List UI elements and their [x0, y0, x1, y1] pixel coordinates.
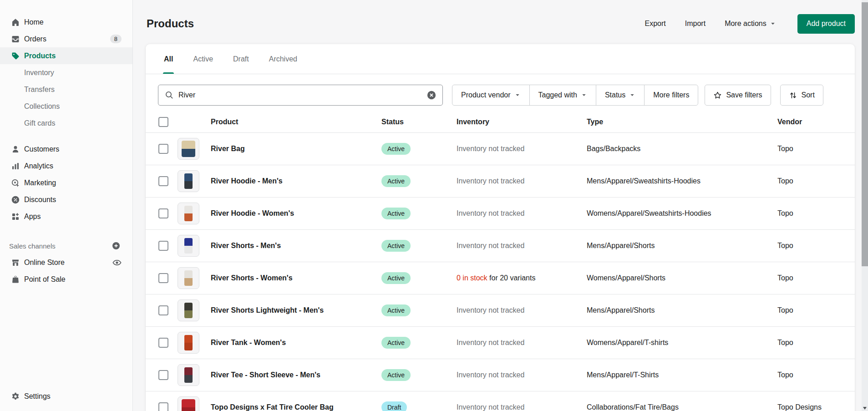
- product-name[interactable]: River Hoodie - Women's: [211, 209, 381, 218]
- row-checkbox[interactable]: [158, 208, 168, 218]
- table-row[interactable]: River Bag Active Inventory not tracked B…: [146, 133, 855, 165]
- product-name[interactable]: River Shorts - Men's: [211, 242, 381, 250]
- sidebar-item-home[interactable]: Home: [0, 14, 132, 30]
- chevron-down-icon: [514, 92, 521, 98]
- product-vendor-filter[interactable]: Product vendor: [452, 85, 530, 105]
- vendor-cell: Topo: [777, 306, 842, 315]
- table-row[interactable]: River Tee - Short Sleeve - Men's Active …: [146, 359, 855, 391]
- inventory-cell: Inventory not tracked: [457, 242, 587, 250]
- tab-active[interactable]: Active: [192, 44, 214, 74]
- sidebar-item-products[interactable]: Products: [0, 47, 132, 64]
- tab-draft[interactable]: Draft: [232, 44, 250, 74]
- vertical-scrollbar[interactable]: [862, 0, 868, 411]
- table-row[interactable]: River Shorts - Women's Active 0 in stock…: [146, 262, 855, 294]
- product-name[interactable]: River Tee - Short Sleeve - Men's: [211, 371, 381, 379]
- customers-icon: [11, 145, 20, 154]
- export-label: Export: [645, 20, 666, 28]
- product-name[interactable]: River Tank - Women's: [211, 339, 381, 347]
- inventory-cell: Inventory not tracked: [457, 177, 587, 185]
- sort-label: Sort: [802, 91, 815, 99]
- sidebar-item-online-store[interactable]: Online Store: [0, 254, 132, 271]
- apps-icon: [11, 212, 20, 221]
- status-filter-label: Status: [605, 91, 625, 99]
- filter-button-group: Product vendor Tagged with Status More f…: [452, 85, 698, 106]
- save-filters-label: Save filters: [726, 91, 762, 99]
- sidebar-item-gift-cards[interactable]: Gift cards: [0, 115, 132, 132]
- gear-icon: [11, 392, 20, 401]
- inventory-warning: 0 in stock: [457, 274, 487, 282]
- table-row[interactable]: River Tank - Women's Active Inventory no…: [146, 327, 855, 359]
- table-row[interactable]: River Shorts Lightweight - Men's Active …: [146, 294, 855, 327]
- home-icon: [11, 18, 20, 27]
- sort-button[interactable]: Sort: [780, 85, 823, 106]
- more-filters-button[interactable]: More filters: [645, 85, 698, 105]
- tagged-with-filter[interactable]: Tagged with: [530, 85, 596, 105]
- row-checkbox[interactable]: [158, 144, 168, 154]
- row-checkbox[interactable]: [158, 273, 168, 283]
- sidebar-item-inventory[interactable]: Inventory: [0, 64, 132, 81]
- search-input[interactable]: [178, 91, 426, 99]
- eye-icon[interactable]: [112, 258, 122, 267]
- row-checkbox[interactable]: [158, 338, 168, 348]
- type-cell: Bags/Backpacks: [587, 145, 777, 153]
- analytics-icon: [11, 162, 20, 171]
- table-row[interactable]: Topo Designs x Fat Tire Cooler Bag Draft…: [146, 391, 855, 411]
- scrollbar-thumb[interactable]: [862, 2, 868, 266]
- sidebar-item-customers[interactable]: Customers: [0, 141, 132, 157]
- sidebar-item-orders[interactable]: Orders 8: [0, 30, 132, 47]
- tab-archived[interactable]: Archived: [268, 44, 298, 74]
- sidebar-item-label: Orders: [24, 35, 46, 43]
- add-product-button[interactable]: Add product: [797, 14, 855, 34]
- more-actions-button[interactable]: More actions: [718, 16, 783, 31]
- scrollbar-down-arrow[interactable]: [863, 407, 867, 410]
- product-name[interactable]: River Shorts Lightweight - Men's: [211, 306, 381, 315]
- status-badge: Active: [381, 240, 411, 252]
- sales-channels-label: Sales channels: [9, 242, 112, 250]
- product-name[interactable]: River Shorts - Women's: [211, 274, 381, 282]
- table-header: Product Status Inventory Type Vendor: [146, 112, 855, 133]
- type-cell: Mens/Apparel/Shorts: [587, 242, 777, 250]
- select-all-checkbox[interactable]: [158, 117, 168, 127]
- sidebar-item-label: Analytics: [24, 162, 53, 170]
- sidebar-item-discounts[interactable]: Discounts: [0, 191, 132, 208]
- tagged-with-label: Tagged with: [538, 91, 577, 99]
- row-checkbox[interactable]: [158, 402, 168, 411]
- type-cell: Mens/Apparel/Sweatshirts-Hoodies: [587, 177, 777, 185]
- sidebar-item-collections[interactable]: Collections: [0, 98, 132, 115]
- sidebar-item-settings[interactable]: Settings: [0, 388, 132, 405]
- products-icon: [11, 51, 20, 61]
- sidebar-item-label: Point of Sale: [24, 275, 66, 284]
- import-label: Import: [685, 20, 706, 28]
- type-cell: Mens/Apparel/T-Shirts: [587, 371, 777, 379]
- sidebar-item-point-of-sale[interactable]: Point of Sale: [0, 271, 132, 288]
- inventory-cell: Inventory not tracked: [457, 403, 587, 411]
- row-checkbox[interactable]: [158, 176, 168, 186]
- export-button[interactable]: Export: [639, 16, 672, 31]
- product-thumbnail: [178, 332, 199, 354]
- sidebar-item-label: Settings: [24, 392, 51, 401]
- product-name[interactable]: Topo Designs x Fat Tire Cooler Bag: [211, 403, 381, 411]
- status-badge: Active: [381, 337, 411, 349]
- import-button[interactable]: Import: [679, 16, 712, 31]
- clear-search-button[interactable]: [426, 90, 437, 101]
- add-sales-channel-button[interactable]: [112, 241, 121, 250]
- product-thumbnail: [178, 396, 199, 411]
- product-name[interactable]: River Hoodie - Men's: [211, 177, 381, 185]
- tab-all[interactable]: All: [163, 44, 174, 74]
- table-row[interactable]: River Hoodie - Men's Active Inventory no…: [146, 165, 855, 198]
- product-thumbnail: [178, 364, 199, 386]
- row-checkbox[interactable]: [158, 241, 168, 251]
- table-row[interactable]: River Hoodie - Women's Active Inventory …: [146, 198, 855, 230]
- save-filters-button[interactable]: Save filters: [705, 85, 771, 106]
- product-name[interactable]: River Bag: [211, 145, 381, 153]
- sidebar-item-marketing[interactable]: Marketing: [0, 174, 132, 191]
- row-checkbox[interactable]: [158, 305, 168, 315]
- sidebar-item-apps[interactable]: Apps: [0, 208, 132, 225]
- column-header-type: Type: [587, 118, 777, 126]
- vendor-cell: Topo: [777, 145, 842, 153]
- row-checkbox[interactable]: [158, 370, 168, 380]
- sidebar-item-transfers[interactable]: Transfers: [0, 81, 132, 98]
- table-row[interactable]: River Shorts - Men's Active Inventory no…: [146, 230, 855, 262]
- sidebar-item-analytics[interactable]: Analytics: [0, 157, 132, 174]
- status-filter[interactable]: Status: [596, 85, 645, 105]
